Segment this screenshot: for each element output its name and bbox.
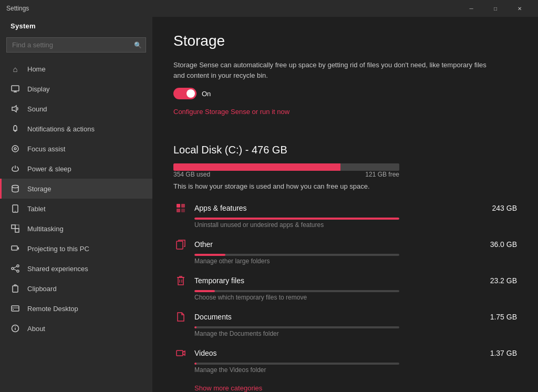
temp-bar (194, 290, 399, 292)
svg-line-18 (14, 269, 17, 271)
sidebar-item-projecting[interactable]: Projecting to this PC (0, 239, 152, 259)
display-icon (11, 84, 20, 94)
svg-point-16 (17, 270, 19, 272)
sidebar-item-focus[interactable]: Focus assist (0, 139, 152, 159)
tablet-icon (11, 204, 20, 213)
disk-bar (173, 163, 399, 171)
svg-rect-30 (177, 241, 183, 249)
sidebar-item-label: Display (27, 85, 50, 93)
storage-sense-toggle[interactable] (173, 88, 196, 99)
sidebar-item-power[interactable]: Power & sleep (0, 159, 152, 179)
sidebar-item-clipboard[interactable]: Clipboard (0, 278, 152, 298)
disk-bar-fill (173, 163, 340, 171)
svg-rect-13 (12, 246, 17, 250)
svg-rect-33 (177, 350, 183, 356)
window-controls: ─ □ ✕ (459, 0, 532, 17)
minimize-button[interactable]: ─ (459, 0, 483, 17)
apps-name: Apps & features (194, 204, 486, 212)
svg-rect-27 (181, 204, 185, 208)
show-more-link[interactable]: Show more categories (194, 384, 262, 392)
sound-icon (11, 104, 20, 114)
category-item-apps[interactable]: Apps & features 243 GB Uninstall unused … (173, 201, 517, 229)
other-bar (194, 254, 399, 256)
page-title: Storage (173, 33, 517, 49)
sidebar-item-label: Multitasking (27, 225, 64, 233)
disk-description: This is how your storage is used and how… (173, 182, 517, 190)
docs-subtext: Manage the Documents folder (194, 330, 517, 337)
docs-name: Documents (194, 313, 484, 321)
svg-rect-19 (13, 286, 18, 292)
sidebar-item-multitasking[interactable]: Multitasking (0, 219, 152, 239)
maximize-button[interactable]: □ (483, 0, 508, 17)
multitasking-icon (11, 224, 20, 233)
sidebar-item-label: Home (27, 65, 46, 73)
app-title: Settings (6, 5, 459, 12)
disk-free-label: 121 GB free (365, 171, 399, 178)
search-input[interactable] (6, 37, 146, 53)
svg-rect-20 (12, 306, 19, 311)
category-item-temp[interactable]: Temporary files 23.2 GB Choose which tem… (173, 273, 517, 301)
sidebar-item-tablet[interactable]: Tablet (0, 199, 152, 219)
sidebar-item-label: Clipboard (27, 285, 57, 293)
about-icon (11, 324, 20, 333)
videos-bar (194, 363, 399, 365)
svg-rect-29 (181, 209, 185, 212)
sidebar-item-label: Sound (27, 105, 47, 113)
sidebar-item-home[interactable]: ⌂ Home (0, 59, 152, 79)
sidebar-item-notifications[interactable]: Notifications & actions (0, 119, 152, 139)
svg-rect-12 (15, 225, 19, 229)
videos-icon (173, 346, 188, 360)
svg-rect-26 (177, 204, 180, 208)
svg-marker-3 (12, 106, 16, 112)
title-bar: Settings ─ □ ✕ (0, 0, 538, 17)
svg-point-15 (12, 267, 14, 270)
sidebar-item-sound[interactable]: Sound (0, 99, 152, 119)
sidebar-item-storage[interactable]: Storage (0, 179, 152, 199)
svg-point-7 (12, 185, 18, 188)
other-name: Other (194, 240, 484, 249)
search-icon: 🔍 (134, 42, 142, 49)
sidebar-item-label: Storage (27, 185, 51, 193)
svg-rect-0 (12, 86, 19, 91)
apps-icon (173, 201, 188, 215)
configure-link[interactable]: Configure Storage Sense or run it now (173, 108, 289, 116)
category-item-videos[interactable]: Videos 1.37 GB Manage the Videos folder (173, 346, 517, 374)
app-body: System 🔍 ⌂ Home Display Sound Notifi (0, 17, 538, 392)
other-size: 36.0 GB (490, 240, 517, 249)
search-box: 🔍 (6, 37, 146, 53)
sidebar-item-label: Tablet (27, 205, 46, 213)
storage-icon (11, 184, 20, 193)
apps-size: 243 GB (492, 204, 517, 212)
sidebar-item-label: Shared experiences (27, 265, 88, 273)
home-icon: ⌂ (11, 64, 20, 74)
sidebar-item-shared[interactable]: Shared experiences (0, 259, 152, 278)
disk-title: Local Disk (C:) - 476 GB (173, 144, 517, 156)
main-content: Storage Storage Sense can automatically … (152, 17, 538, 392)
category-item-other[interactable]: Other 36.0 GB Manage other large folders (173, 237, 517, 265)
docs-size: 1.75 GB (490, 313, 517, 321)
apps-subtext: Uninstall unused or undesired apps & fea… (194, 221, 517, 229)
disk-bar-container: 354 GB used 121 GB free (173, 163, 399, 178)
svg-point-6 (14, 148, 16, 150)
sidebar-item-about[interactable]: About (0, 318, 152, 338)
sidebar-item-label: Projecting to this PC (27, 245, 89, 253)
videos-name: Videos (194, 349, 484, 357)
close-button[interactable]: ✕ (508, 0, 532, 17)
sidebar-item-label: Remote Desktop (27, 305, 78, 313)
sidebar: System 🔍 ⌂ Home Display Sound Notifi (0, 17, 152, 392)
temp-icon (173, 273, 188, 288)
sidebar-item-display[interactable]: Display (0, 79, 152, 99)
svg-line-17 (14, 266, 17, 268)
sidebar-item-label: Focus assist (27, 145, 65, 153)
category-item-docs[interactable]: Documents 1.75 GB Manage the Documents f… (173, 310, 517, 337)
sidebar-item-remote[interactable]: Remote Desktop (0, 298, 152, 318)
docs-bar (194, 326, 399, 328)
temp-name: Temporary files (194, 276, 484, 285)
svg-rect-11 (15, 229, 19, 232)
sidebar-item-label: Notifications & actions (27, 125, 95, 133)
svg-point-14 (17, 265, 19, 267)
svg-point-22 (13, 309, 14, 310)
toggle-row: On (173, 88, 517, 99)
sidebar-item-label: Power & sleep (27, 165, 71, 173)
temp-size: 23.2 GB (490, 276, 517, 285)
